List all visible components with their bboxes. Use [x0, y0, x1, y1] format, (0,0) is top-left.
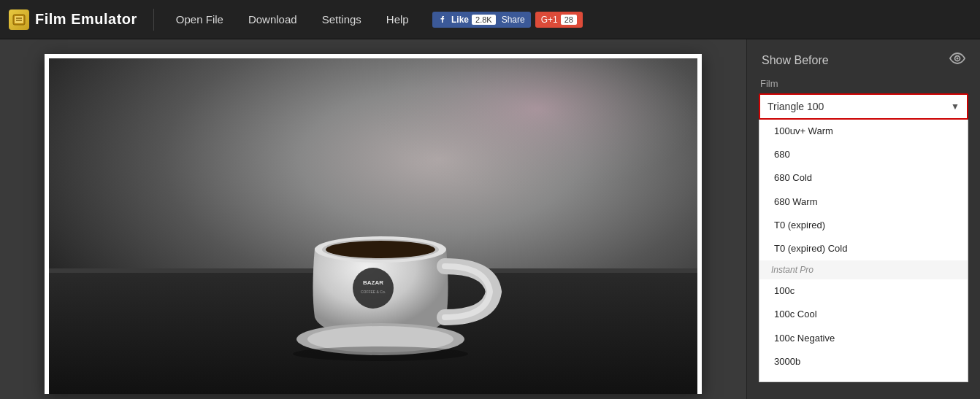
gplus-button[interactable]: G+1 28 [535, 12, 583, 28]
dropdown-item[interactable]: 100c Cool [759, 303, 968, 326]
dropdown-item[interactable]: 680 Cold [759, 166, 968, 190]
app-title: Film Emulator [35, 11, 137, 28]
main-area: BAZAR COFFEE & Co. Show Before [0, 39, 980, 399]
fb-share-label[interactable]: Share [502, 15, 525, 25]
menu-settings[interactable]: Settings [316, 9, 367, 30]
film-label: Film [759, 78, 968, 89]
svg-point-11 [326, 241, 435, 258]
gplus-count: 28 [561, 15, 577, 25]
gplus-label: G+1 [541, 15, 558, 25]
image-area: BAZAR COFFEE & Co. [0, 39, 746, 399]
show-before-label: Show Before [762, 54, 829, 67]
chevron-down-icon: ▼ [951, 101, 960, 112]
dropdown-group-label: Instant Pro [759, 260, 968, 279]
photo-display: BAZAR COFFEE & Co. [49, 58, 697, 394]
social-area: Like 2.8K Share G+1 28 [432, 12, 583, 28]
svg-point-17 [293, 346, 468, 361]
svg-text:COFFEE & Co.: COFFEE & Co. [361, 290, 386, 294]
fb-count: 2.8K [472, 15, 496, 25]
dropdown-item[interactable]: 3000b [759, 350, 968, 373]
svg-text:BAZAR: BAZAR [363, 279, 383, 286]
film-select-display[interactable]: Triangle 100 ▼ [760, 95, 967, 118]
film-select-value: Triangle 100 [767, 101, 824, 112]
app-logo: Film Emulator [9, 9, 137, 30]
eye-icon-button[interactable] [949, 53, 965, 68]
dropdown-item[interactable]: T0 (expired) [759, 214, 968, 237]
dropdown-item[interactable]: 3000b Hc [759, 373, 968, 382]
film-select-wrapper[interactable]: Triangle 100 ▼ [759, 93, 968, 120]
menu-divider [153, 9, 154, 31]
svg-rect-1 [15, 16, 23, 23]
logo-icon [9, 9, 29, 30]
svg-point-19 [957, 58, 959, 60]
film-dropdown[interactable]: 100uv+ Warm680680 Cold680 WarmT0 (expire… [759, 120, 968, 382]
show-before-row: Show Before [747, 39, 980, 78]
dropdown-item[interactable]: 100c [759, 279, 968, 303]
menu-open-file[interactable]: Open File [170, 9, 229, 30]
film-section: Film Triangle 100 ▼ 100uv+ Warm680680 Co… [747, 78, 980, 382]
header: Film Emulator Open File Download Setting… [0, 0, 980, 39]
dropdown-item[interactable]: 100uv+ Warm [759, 120, 968, 143]
dropdown-item[interactable]: 680 [759, 143, 968, 166]
menu-help[interactable]: Help [380, 9, 415, 30]
dropdown-item[interactable]: 680 Warm [759, 190, 968, 214]
svg-point-14 [353, 268, 394, 309]
photo-frame: BAZAR COFFEE & Co. [45, 54, 702, 394]
dropdown-item[interactable]: 100c Negative [759, 327, 968, 350]
dropdown-item[interactable]: T0 (expired) Cold [759, 237, 968, 260]
fb-like-label: Like [438, 15, 469, 25]
menu-download[interactable]: Download [242, 9, 303, 30]
right-panel: Show Before Film Triangle 100 ▼ [746, 39, 980, 399]
facebook-like-button[interactable]: Like 2.8K Share [432, 12, 531, 28]
